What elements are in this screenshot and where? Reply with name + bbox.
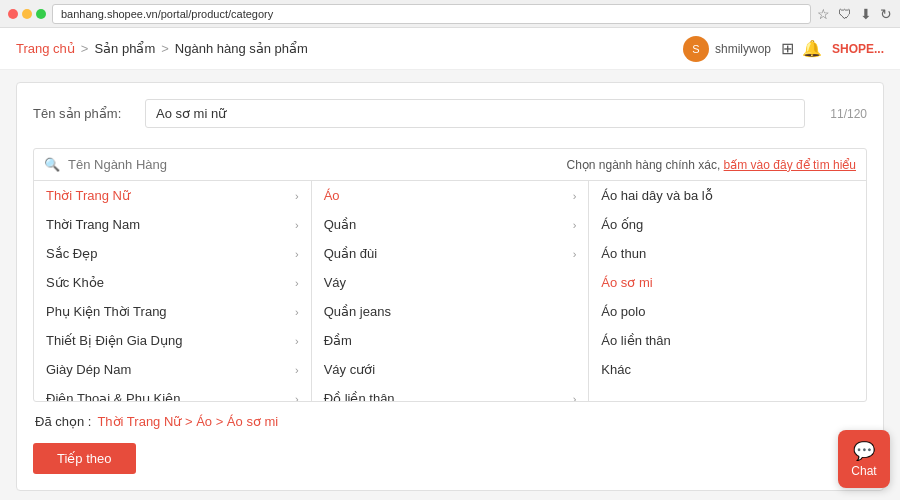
chevron-right-icon: › bbox=[573, 190, 577, 202]
top-right: S shmilywop ⊞ 🔔 SHOPE... bbox=[683, 36, 884, 62]
chevron-right-icon: › bbox=[573, 219, 577, 231]
refresh-icon: ↻ bbox=[880, 6, 892, 22]
list-item[interactable]: Thiết Bị Điện Gia Dụng› bbox=[34, 326, 311, 355]
category-label: Quần đùi bbox=[324, 246, 378, 261]
chevron-right-icon: › bbox=[295, 190, 299, 202]
user-info: S shmilywop bbox=[683, 36, 771, 62]
list-item[interactable]: Đầm bbox=[312, 326, 589, 355]
search-hint-link[interactable]: bấm vào đây để tìm hiểu bbox=[724, 158, 856, 172]
breadcrumb-products[interactable]: Sản phẩm bbox=[94, 41, 155, 56]
list-item[interactable]: Giày Dép Nam› bbox=[34, 355, 311, 384]
list-item[interactable]: Áo sơ mi bbox=[589, 268, 866, 297]
breadcrumb-current: Ngành hàng sản phẩm bbox=[175, 41, 308, 56]
chevron-right-icon: › bbox=[295, 364, 299, 376]
char-count: 11/120 bbox=[817, 107, 867, 121]
list-item[interactable]: Áo› bbox=[312, 181, 589, 210]
chevron-right-icon: › bbox=[295, 393, 299, 402]
category-label: Áo sơ mi bbox=[601, 275, 652, 290]
category-label: Áo polo bbox=[601, 304, 645, 319]
category-label: Quần jeans bbox=[324, 304, 391, 319]
category-col-2: Áo›Quần›Quần đùi›VáyQuần jeansĐầmVáy cướ… bbox=[312, 181, 590, 401]
chevron-right-icon: › bbox=[573, 393, 577, 402]
chat-label: Chat bbox=[851, 464, 876, 478]
category-label: Áo ống bbox=[601, 217, 643, 232]
category-label: Áo thun bbox=[601, 246, 646, 261]
category-label: Áo liền thân bbox=[601, 333, 670, 348]
category-label: Điện Thoại & Phụ Kiện bbox=[46, 391, 180, 401]
top-nav: Trang chủ > Sản phẩm > Ngành hàng sản ph… bbox=[0, 28, 900, 70]
list-item[interactable]: Sức Khỏe› bbox=[34, 268, 311, 297]
list-item[interactable]: Đồ liền thân› bbox=[312, 384, 589, 401]
grid-icon[interactable]: ⊞ bbox=[781, 39, 794, 58]
list-item[interactable]: Áo polo bbox=[589, 297, 866, 326]
list-item[interactable]: Quần đùi› bbox=[312, 239, 589, 268]
chevron-right-icon: › bbox=[295, 248, 299, 260]
product-name-label: Tên sản phẩm: bbox=[33, 106, 133, 121]
list-item[interactable]: Phụ Kiện Thời Trang› bbox=[34, 297, 311, 326]
list-item[interactable]: Quần jeans bbox=[312, 297, 589, 326]
category-area: 🔍 Chọn ngành hàng chính xác, bấm vào đây… bbox=[33, 148, 867, 402]
url-text: banhang.shopee.vn/portal/product/categor… bbox=[61, 8, 273, 20]
nav-icons: ⊞ 🔔 bbox=[781, 39, 822, 58]
list-item[interactable]: Điện Thoại & Phụ Kiện› bbox=[34, 384, 311, 401]
search-icon: 🔍 bbox=[44, 157, 60, 172]
search-input[interactable] bbox=[68, 157, 558, 172]
category-label: Phụ Kiện Thời Trang bbox=[46, 304, 167, 319]
category-label: Đầm bbox=[324, 333, 352, 348]
category-label: Sức Khỏe bbox=[46, 275, 104, 290]
breadcrumb-sep2: > bbox=[161, 41, 169, 56]
list-item[interactable]: Áo ống bbox=[589, 210, 866, 239]
product-name-row: Tên sản phẩm: 11/120 bbox=[33, 99, 867, 128]
list-item[interactable]: Váy cưới bbox=[312, 355, 589, 384]
category-label: Áo hai dây và ba lỗ bbox=[601, 188, 712, 203]
avatar: S bbox=[683, 36, 709, 62]
category-col-3: Áo hai dây và ba lỗÁo ốngÁo thunÁo sơ mi… bbox=[589, 181, 866, 401]
category-label: Váy cưới bbox=[324, 362, 375, 377]
breadcrumb: Trang chủ > Sản phẩm > Ngành hàng sản ph… bbox=[16, 41, 308, 56]
category-label: Quần bbox=[324, 217, 357, 232]
category-label: Sắc Đẹp bbox=[46, 246, 97, 261]
category-label: Đồ liền thân bbox=[324, 391, 395, 401]
category-label: Thời Trang Nữ bbox=[46, 188, 130, 203]
main-content: Tên sản phẩm: 11/120 🔍 Chọn ngành hàng c… bbox=[16, 82, 884, 491]
chevron-right-icon: › bbox=[295, 335, 299, 347]
list-item[interactable]: Áo hai dây và ba lỗ bbox=[589, 181, 866, 210]
chevron-right-icon: › bbox=[573, 248, 577, 260]
star-icon: ☆ bbox=[817, 6, 830, 22]
chat-icon: 💬 bbox=[853, 440, 875, 462]
list-item[interactable]: Áo liền thân bbox=[589, 326, 866, 355]
list-item[interactable]: Thời Trang Nam› bbox=[34, 210, 311, 239]
breadcrumb-home[interactable]: Trang chủ bbox=[16, 41, 75, 56]
search-bar: 🔍 Chọn ngành hàng chính xác, bấm vào đây… bbox=[34, 149, 866, 181]
selection-path: Thời Trang Nữ > Áo > Áo sơ mi bbox=[97, 414, 278, 429]
breadcrumb-sep1: > bbox=[81, 41, 89, 56]
category-label: Giày Dép Nam bbox=[46, 362, 131, 377]
chevron-right-icon: › bbox=[295, 219, 299, 231]
category-col-1: Thời Trang Nữ›Thời Trang Nam›Sắc Đẹp›Sức… bbox=[34, 181, 312, 401]
next-button[interactable]: Tiếp theo bbox=[33, 443, 136, 474]
category-label: Thời Trang Nam bbox=[46, 217, 140, 232]
list-item[interactable]: Khác bbox=[589, 355, 866, 384]
list-item[interactable]: Áo thun bbox=[589, 239, 866, 268]
category-label: Áo bbox=[324, 188, 340, 203]
category-label: Thiết Bị Điện Gia Dụng bbox=[46, 333, 182, 348]
username: shmilywop bbox=[715, 42, 771, 56]
bell-icon[interactable]: 🔔 bbox=[802, 39, 822, 58]
category-label: Váy bbox=[324, 275, 346, 290]
list-item[interactable]: Quần› bbox=[312, 210, 589, 239]
shopee-label: SHOPE... bbox=[832, 42, 884, 56]
browser-bar: banhang.shopee.vn/portal/product/categor… bbox=[0, 0, 900, 28]
shield-icon: 🛡 bbox=[838, 6, 852, 22]
chevron-right-icon: › bbox=[295, 277, 299, 289]
list-item[interactable]: Váy bbox=[312, 268, 589, 297]
chat-button[interactable]: 💬 Chat bbox=[838, 430, 890, 488]
list-item[interactable]: Thời Trang Nữ› bbox=[34, 181, 311, 210]
url-bar[interactable]: banhang.shopee.vn/portal/product/categor… bbox=[52, 4, 811, 24]
selection-label: Đã chọn : bbox=[35, 414, 91, 429]
browser-icons: ☆ 🛡 ⬇ ↻ bbox=[817, 6, 892, 22]
list-item[interactable]: Sắc Đẹp› bbox=[34, 239, 311, 268]
product-name-input[interactable] bbox=[145, 99, 805, 128]
selection-row: Đã chọn : Thời Trang Nữ > Áo > Áo sơ mi bbox=[33, 414, 867, 429]
search-hint: Chọn ngành hàng chính xác, bấm vào đây đ… bbox=[566, 158, 856, 172]
category-label: Khác bbox=[601, 362, 631, 377]
